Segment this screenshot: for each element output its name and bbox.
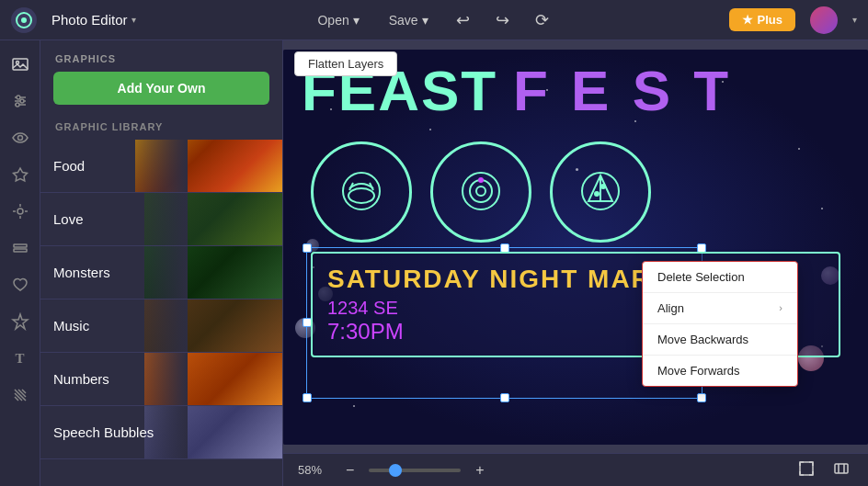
zoom-plus-button[interactable]: + [472, 462, 487, 479]
graphics-header: GRAPHICS [40, 40, 282, 72]
title-caret-icon: ▾ [131, 15, 136, 25]
svg-rect-38 [835, 464, 848, 473]
refresh-button[interactable]: ⟳ [530, 6, 554, 34]
svg-line-24 [22, 390, 26, 393]
ctx-move-forwards[interactable]: Move Forwards [643, 356, 797, 386]
svg-marker-19 [13, 314, 28, 329]
align-arrow-icon: › [779, 302, 782, 313]
photos-icon-btn[interactable] [4, 48, 37, 81]
design-canvas[interactable]: FEAST F E S T [283, 50, 868, 445]
texture-icon-btn[interactable] [4, 379, 37, 412]
text-icon-btn[interactable]: T [4, 342, 37, 375]
svg-marker-11 [13, 168, 27, 181]
donut-circle-icon [430, 141, 531, 243]
library-item-monsters[interactable]: Monsters [40, 246, 282, 300]
zoom-slider[interactable] [369, 469, 461, 472]
library-item-numbers[interactable]: Numbers [40, 353, 282, 406]
ctx-align[interactable]: Align › [643, 293, 797, 323]
elements-icon-btn[interactable] [4, 195, 37, 228]
library-item-food[interactable]: Food [40, 140, 282, 193]
food-circle-icon [311, 141, 412, 243]
svg-point-7 [17, 96, 20, 99]
layers-icon-btn[interactable] [4, 232, 37, 265]
zoom-minus-button[interactable]: − [342, 462, 358, 479]
library-item-food-label: Food [40, 140, 160, 192]
library-item-numbers-label: Numbers [40, 353, 160, 405]
library-list: Food Love Monsters Music [40, 140, 282, 486]
svg-point-31 [476, 186, 485, 196]
redo-button[interactable]: ↪ [490, 6, 515, 34]
svg-point-26 [348, 188, 374, 203]
svg-point-8 [20, 99, 24, 103]
plus-button[interactable]: ★ Plus [729, 8, 795, 31]
eye-icon-btn[interactable] [4, 121, 37, 154]
library-item-monsters-label: Monsters [40, 246, 160, 299]
svg-point-30 [470, 180, 492, 202]
svg-point-12 [17, 209, 23, 214]
icon-bar: T [0, 40, 40, 486]
open-caret-icon: ▾ [353, 13, 360, 28]
topbar: Photo Editor ▾ Open ▾ Save ▾ ↩ ↪ ⟳ ★ Plu… [0, 0, 868, 40]
adjustments-icon-btn[interactable] [4, 85, 37, 118]
text-icon: T [15, 351, 24, 367]
library-header: GRAPHIC LIBRARY [40, 116, 282, 140]
library-item-love[interactable]: Love [40, 193, 282, 246]
library-item-music-label: Music [40, 300, 160, 352]
pizza-circle-icon [550, 141, 651, 243]
save-caret-icon: ▾ [422, 13, 428, 28]
bottom-bar: 58% − + [283, 453, 868, 486]
undo-button[interactable]: ↩ [451, 6, 475, 34]
svg-rect-18 [14, 249, 27, 252]
open-button[interactable]: Open ▾ [310, 9, 366, 31]
canvas-area: Flatten Layers [283, 40, 868, 486]
app-title[interactable]: Photo Editor ▾ [51, 12, 136, 28]
zoom-percentage: 58% [298, 463, 331, 477]
heart-icon-btn[interactable] [4, 268, 37, 301]
svg-point-36 [595, 192, 599, 196]
svg-point-35 [601, 185, 605, 188]
avatar-caret-icon[interactable]: ▾ [852, 15, 857, 25]
svg-line-23 [15, 397, 18, 401]
svg-point-9 [16, 103, 19, 107]
fullscreen-icon[interactable] [829, 457, 853, 484]
svg-rect-37 [800, 462, 813, 475]
svg-line-22 [18, 390, 26, 397]
circle-icons-row [311, 141, 651, 243]
effects-icon-btn[interactable] [4, 305, 37, 338]
expand-icon[interactable] [794, 457, 818, 484]
ctx-delete-selection[interactable]: Delete Selection [643, 262, 797, 292]
avatar[interactable] [810, 6, 838, 34]
app-logo[interactable] [11, 7, 37, 33]
svg-rect-2 [13, 59, 28, 70]
library-item-speech-bubbles-label: Speech Bubbles [40, 406, 160, 458]
context-menu: Delete Selection Align › Move Backwards … [642, 261, 798, 387]
svg-point-10 [17, 136, 22, 141]
star-icon: ★ [742, 13, 753, 27]
save-button[interactable]: Save ▾ [382, 9, 436, 31]
star-icon-btn[interactable] [4, 158, 37, 191]
library-item-music[interactable]: Music [40, 300, 282, 353]
fest-title: F E S T [513, 62, 732, 119]
canvas-wrapper: FEAST F E S T [283, 40, 868, 453]
library-item-love-label: Love [40, 193, 160, 245]
svg-point-1 [21, 17, 27, 23]
sidebar: GRAPHICS Add Your Own GRAPHIC LIBRARY Fo… [40, 40, 283, 486]
svg-line-21 [15, 393, 22, 401]
ctx-move-backwards[interactable]: Move Backwards [643, 324, 797, 355]
svg-point-32 [478, 177, 484, 183]
svg-rect-17 [14, 244, 27, 247]
flatten-layers-button[interactable]: Flatten Layers [294, 51, 397, 76]
library-item-speech-bubbles[interactable]: Speech Bubbles [40, 406, 282, 459]
add-own-button[interactable]: Add Your Own [53, 72, 269, 105]
main-layout: T GRAPHICS Add Your Own GRAPHIC LIBRARY … [0, 40, 868, 486]
